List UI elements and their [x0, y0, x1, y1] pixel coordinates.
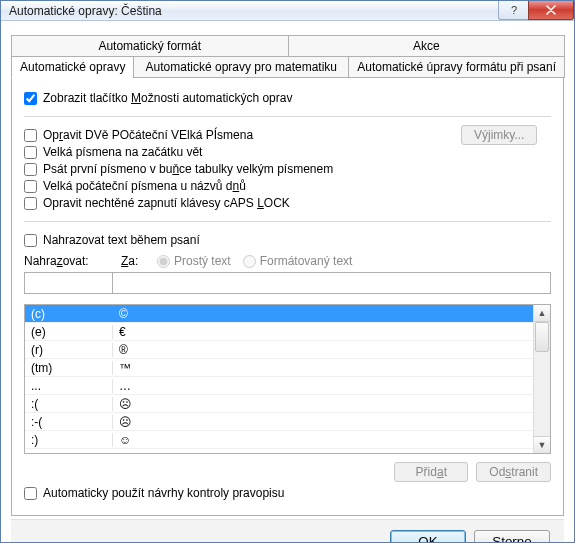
- replacement-list-body[interactable]: (c)©(e)€(r)®(tm)™...…:(☹:-(☹:)☺: [25, 305, 533, 453]
- check-table-cell-caps-box[interactable]: [24, 163, 37, 176]
- tab-autoformat-typing[interactable]: Automatické úpravy formátu při psaní: [348, 56, 565, 78]
- replace-from-cell: (e): [25, 325, 113, 339]
- help-button[interactable]: ?: [498, 0, 528, 20]
- replace-from-cell: :): [25, 433, 113, 447]
- check-sentence-caps-box[interactable]: [24, 146, 37, 159]
- table-row[interactable]: (c)©: [25, 305, 533, 323]
- check-sentence-caps[interactable]: Velká písmena na začátku vět: [24, 145, 461, 159]
- radio-plain-text-input: [157, 255, 170, 268]
- table-row[interactable]: ...…: [25, 377, 533, 395]
- separator: [24, 116, 551, 117]
- check-show-options-button[interactable]: Zobrazit tlačítko Možnosti automatických…: [24, 91, 551, 105]
- replace-inputs: [24, 272, 551, 294]
- tab-auto-format[interactable]: Automatický formát: [11, 35, 289, 57]
- replace-to-cell: ™: [113, 361, 533, 375]
- check-table-cell-caps[interactable]: Psát první písmeno v buňce tabulky velký…: [24, 162, 461, 176]
- table-row[interactable]: (r)®: [25, 341, 533, 359]
- tab-math-autocorrect[interactable]: Automatické opravy pro matematiku: [133, 56, 349, 78]
- replace-to-cell: ☹: [113, 397, 533, 411]
- tab-autocorrect[interactable]: Automatické opravy: [11, 56, 134, 78]
- caps-options-row: Opravit DVě POčáteční VElká PÍsmena Velk…: [24, 125, 551, 213]
- scrollbar[interactable]: ▲ ▼: [533, 305, 550, 453]
- close-button[interactable]: [528, 0, 574, 20]
- table-row[interactable]: :-(☹: [25, 413, 533, 431]
- tab-control: Automatický formát Akce Automatické opra…: [11, 35, 564, 517]
- tab-row-top: Automatický formát Akce: [11, 35, 564, 57]
- check-replace-while-typing[interactable]: Nahrazovat text během psaní: [24, 233, 551, 247]
- replace-from-cell: ...: [25, 379, 113, 393]
- check-day-names-caps[interactable]: Velká počáteční písmena u názvů dnů: [24, 179, 461, 193]
- check-show-options-button-label: Zobrazit tlačítko Možnosti automatických…: [43, 91, 292, 105]
- replace-from-cell: (r): [25, 343, 113, 357]
- radio-formatted-text-input: [243, 255, 256, 268]
- add-button[interactable]: Přidat: [394, 462, 468, 482]
- ok-button[interactable]: OK: [390, 530, 466, 543]
- window-buttons: ?: [498, 1, 574, 20]
- replace-from-cell: :-(: [25, 415, 113, 429]
- check-spellcheck-suggestions-label: Automaticky použít návrhy kontroly pravo…: [43, 486, 284, 500]
- check-day-names-caps-box[interactable]: [24, 180, 37, 193]
- scroll-track[interactable]: [534, 322, 550, 436]
- check-capslock[interactable]: Opravit nechtěné zapnutí klávesy cAPS LO…: [24, 196, 461, 210]
- check-two-initial-caps-box[interactable]: [24, 129, 37, 142]
- scroll-up-icon[interactable]: ▲: [534, 305, 550, 322]
- radio-plain-text-label: Prostý text: [174, 254, 231, 268]
- replace-from-cell: :(: [25, 397, 113, 411]
- replace-to-cell: €: [113, 325, 533, 339]
- table-row[interactable]: (tm)™: [25, 359, 533, 377]
- dialog-footer: OK Storno: [11, 519, 564, 543]
- check-sentence-caps-label: Velká písmena na začátku vět: [43, 145, 202, 159]
- title-bar: Automatické opravy: Čeština ?: [1, 1, 574, 21]
- check-table-cell-caps-label: Psát první písmeno v buňce tabulky velký…: [43, 162, 333, 176]
- delete-button[interactable]: Odstranit: [476, 462, 551, 482]
- replace-header-row: Nahrazovat: Za: Prostý text Formátovaný …: [24, 254, 551, 268]
- tab-panel-autocorrect: Zobrazit tlačítko Možnosti automatických…: [11, 78, 564, 516]
- check-capslock-label: Opravit nechtěné zapnutí klávesy cAPS LO…: [43, 196, 290, 210]
- replace-to-cell: ®: [113, 343, 533, 357]
- replace-input[interactable]: [24, 272, 112, 294]
- check-replace-while-typing-label: Nahrazovat text během psaní: [43, 233, 200, 247]
- replace-label: Nahrazovat:: [24, 254, 109, 268]
- scroll-thumb[interactable]: [535, 322, 549, 352]
- check-spellcheck-suggestions-box[interactable]: [24, 487, 37, 500]
- with-label: Za:: [121, 254, 145, 268]
- dialog-body: Automatický formát Akce Automatické opra…: [1, 21, 574, 543]
- separator-2: [24, 221, 551, 222]
- tab-row-bottom: Automatické opravy Automatické opravy pr…: [11, 56, 564, 78]
- check-spellcheck-suggestions[interactable]: Automaticky použít návrhy kontroly pravo…: [24, 486, 551, 500]
- radio-formatted-text: Formátovaný text: [243, 254, 353, 268]
- replace-to-cell: ☺: [113, 433, 533, 447]
- cancel-button[interactable]: Storno: [474, 530, 550, 543]
- replace-from-cell: (tm): [25, 361, 113, 375]
- check-capslock-box[interactable]: [24, 197, 37, 210]
- with-input[interactable]: [112, 272, 551, 294]
- check-two-initial-caps[interactable]: Opravit DVě POčáteční VElká PÍsmena: [24, 128, 461, 142]
- list-action-row: Přidat Odstranit: [24, 462, 551, 482]
- table-row[interactable]: :)☺: [25, 431, 533, 449]
- radio-formatted-text-label: Formátovaný text: [260, 254, 353, 268]
- replace-to-cell: …: [113, 379, 533, 393]
- table-row[interactable]: :(☹: [25, 395, 533, 413]
- replace-to-cell: ☹: [113, 415, 533, 429]
- replace-from-cell: (c): [25, 307, 113, 321]
- tab-actions[interactable]: Akce: [288, 35, 566, 57]
- scroll-down-icon[interactable]: ▼: [534, 436, 550, 453]
- table-row[interactable]: (e)€: [25, 323, 533, 341]
- svg-text:?: ?: [511, 5, 517, 15]
- check-two-initial-caps-label: Opravit DVě POčáteční VElká PÍsmena: [43, 128, 253, 142]
- replacement-list[interactable]: (c)©(e)€(r)®(tm)™...…:(☹:-(☹:)☺ ▲ ▼: [24, 304, 551, 454]
- replace-to-cell: ©: [113, 307, 533, 321]
- check-show-options-button-box[interactable]: [24, 92, 37, 105]
- check-replace-while-typing-box[interactable]: [24, 234, 37, 247]
- exceptions-button[interactable]: Výjimky...: [461, 125, 537, 145]
- radio-plain-text: Prostý text: [157, 254, 231, 268]
- check-day-names-caps-label: Velká počáteční písmena u názvů dnů: [43, 179, 246, 193]
- window-title: Automatické opravy: Čeština: [9, 4, 498, 18]
